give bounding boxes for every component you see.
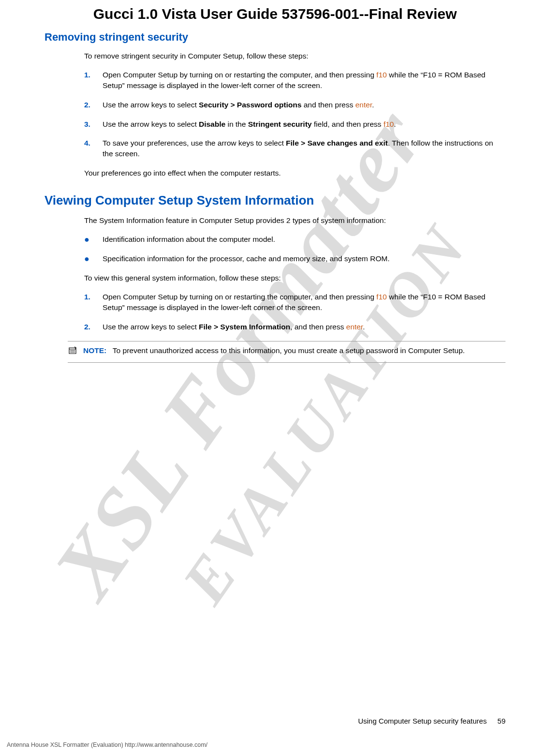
step-text: Use the arrow keys to select Disable in … [103,119,505,130]
intro-text: The System Information feature in Comput… [84,215,505,226]
step-text: Use the arrow keys to select Security > … [103,100,505,110]
list-item: ● Identification information about the c… [84,234,505,245]
step-number: 3. [84,119,103,130]
step-text: Open Computer Setup by turning on or res… [103,70,505,90]
key-f10: f10 [384,120,394,128]
list-item: 2. Use the arrow keys to select File > S… [84,322,505,332]
bullet-text: Specification information for the proces… [103,253,505,264]
step-text: Use the arrow keys to select File > Syst… [103,322,505,332]
step-text: To save your preferences, use the arrow … [103,138,505,159]
step-number: 2. [84,100,103,110]
section-heading-viewing: Viewing Computer Setup System Informatio… [45,192,505,209]
step-number: 4. [84,138,103,159]
page-content: Gucci 1.0 Vista User Guide 537596-001--F… [0,4,550,363]
key-f10: f10 [376,71,387,79]
bullet-text: Identification information about the com… [103,234,505,245]
footer-right: Using Computer Setup security features 5… [358,716,505,726]
key-f10: f10 [376,293,387,301]
ordered-list-section1: 1. Open Computer Setup by turning on or … [84,70,505,159]
step-number: 2. [84,322,103,332]
key-enter: enter [346,323,363,331]
key-enter: enter [356,101,372,109]
note-text: NOTE: To prevent unauthorized access to … [83,345,505,359]
page-title: Gucci 1.0 Vista User Guide 537596-001--F… [45,4,505,24]
intro-text: To view this general system information,… [84,273,505,283]
list-item: 2. Use the arrow keys to select Security… [84,100,505,110]
step-number: 1. [84,292,103,312]
page-number: 59 [497,717,505,725]
outro-text: Your preferences go into effect when the… [84,168,505,178]
bullet-list: ● Identification information about the c… [84,234,505,264]
section-heading-removing: Removing stringent security [45,30,505,45]
list-item: 4. To save your preferences, use the arr… [84,138,505,159]
bullet-icon: ● [84,234,103,245]
list-item: 1. Open Computer Setup by turning on or … [84,292,505,312]
footer-left: Antenna House XSL Formatter (Evaluation)… [7,741,208,750]
footer-section-title: Using Computer Setup security features [358,717,487,725]
list-item: ● Specification information for the proc… [84,253,505,264]
ordered-list-section2: 1. Open Computer Setup by turning on or … [84,292,505,332]
note-icon [68,345,78,359]
list-item: 1. Open Computer Setup by turning on or … [84,70,505,90]
step-text: Open Computer Setup by turning on or res… [103,292,505,312]
intro-text: To remove stringent security in Computer… [84,51,505,61]
note-box: NOTE: To prevent unauthorized access to … [68,341,505,363]
bullet-icon: ● [84,253,103,264]
step-number: 1. [84,70,103,90]
list-item: 3. Use the arrow keys to select Disable … [84,119,505,130]
note-label: NOTE: [83,346,106,355]
